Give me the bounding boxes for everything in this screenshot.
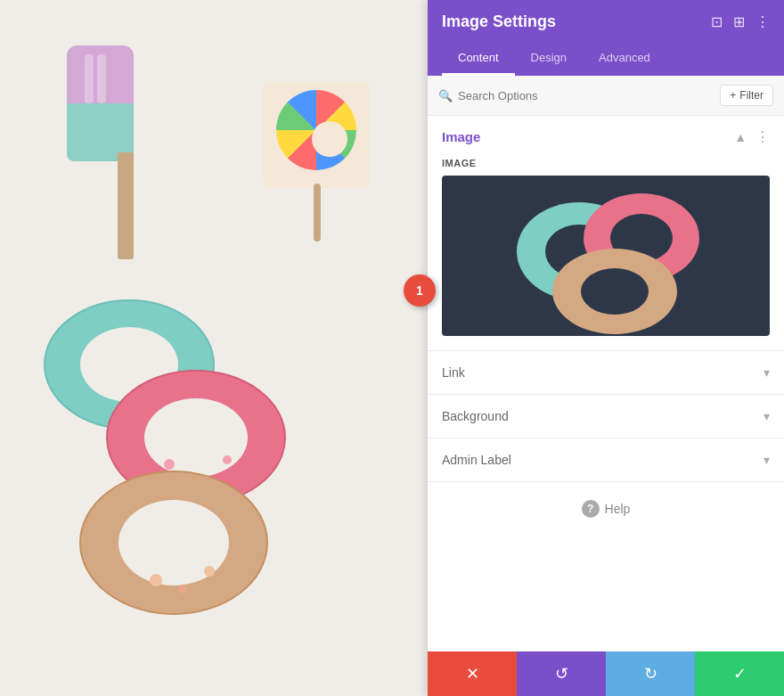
background-section-title: Background <box>442 409 509 423</box>
search-icon: 🔍 <box>438 89 453 102</box>
svg-point-18 <box>150 574 162 586</box>
tab-design[interactable]: Design <box>515 42 583 76</box>
background-section-header[interactable]: Background ▾ <box>428 395 784 438</box>
svg-point-14 <box>223 455 232 464</box>
popsicle-stick <box>118 152 134 259</box>
help-icon: ? <box>582 500 600 518</box>
donut-peach <box>76 464 272 620</box>
search-input[interactable] <box>458 89 720 102</box>
columns-icon[interactable]: ⊞ <box>733 13 745 30</box>
panel-content: Image ▲ ⋮ Image <box>428 116 784 651</box>
admin-label-section: Admin Label ▾ <box>428 438 784 482</box>
panel-title-icons: ⊡ ⊞ ⋮ <box>711 13 770 30</box>
bottom-bar: ✕ ↺ ↻ ✓ <box>428 651 784 696</box>
help-section: ? Help <box>428 482 784 536</box>
svg-point-19 <box>204 566 215 577</box>
section-header: Image ▲ ⋮ <box>428 116 784 154</box>
step-number: 1 <box>416 283 423 298</box>
section-body: Image <box>428 154 784 350</box>
canvas-area <box>0 0 419 696</box>
section-collapse-icon[interactable]: ▲ <box>734 130 747 144</box>
field-label: Image <box>442 158 770 168</box>
cancel-button[interactable]: ✕ <box>428 651 517 696</box>
admin-label-section-header[interactable]: Admin Label ▾ <box>428 438 784 481</box>
panel-title-row: Image Settings ⊡ ⊞ ⋮ <box>442 12 770 31</box>
section-more-icon[interactable]: ⋮ <box>755 128 770 145</box>
candy-illustration <box>22 28 396 669</box>
lollipop-bg <box>263 81 370 188</box>
save-icon: ✓ <box>733 664 747 684</box>
admin-label-chevron-icon: ▾ <box>764 453 770 467</box>
settings-panel: Image Settings ⊡ ⊞ ⋮ Content Design Adva… <box>428 0 784 696</box>
lollipop-stick <box>314 184 321 242</box>
popsicle <box>67 45 134 268</box>
section-title: Image <box>442 129 480 144</box>
tab-content[interactable]: Content <box>442 42 515 76</box>
background-chevron-icon: ▾ <box>764 409 770 423</box>
filter-label: Filter <box>739 89 764 102</box>
tab-advanced[interactable]: Advanced <box>583 42 666 76</box>
svg-point-20 <box>178 585 187 594</box>
link-section-header[interactable]: Link ▾ <box>428 351 784 394</box>
redo-icon: ↻ <box>644 664 657 684</box>
expand-icon[interactable]: ⊡ <box>711 13 723 30</box>
search-bar: 🔍 + Filter <box>428 76 784 116</box>
lollipop <box>263 81 370 188</box>
search-input-wrapper: 🔍 <box>438 89 720 102</box>
help-button[interactable]: ? Help <box>582 500 631 518</box>
svg-rect-5 <box>85 54 94 103</box>
help-label: Help <box>605 502 631 516</box>
popsicle-body <box>67 45 134 161</box>
lollipop-inner <box>312 121 347 157</box>
section-header-icons: ▲ ⋮ <box>734 128 770 145</box>
undo-icon: ↺ <box>555 664 568 684</box>
panel-tabs: Content Design Advanced <box>442 42 770 76</box>
redo-button[interactable]: ↻ <box>606 651 695 696</box>
step-indicator: 1 <box>404 274 436 307</box>
more-options-icon[interactable]: ⋮ <box>755 13 770 30</box>
lollipop-circle <box>276 90 356 170</box>
panel-header: Image Settings ⊡ ⊞ ⋮ Content Design Adva… <box>428 0 784 76</box>
image-section: Image ▲ ⋮ Image <box>428 116 784 351</box>
svg-rect-6 <box>97 54 106 103</box>
undo-button[interactable]: ↺ <box>517 651 606 696</box>
cancel-icon: ✕ <box>466 664 479 684</box>
svg-point-27 <box>581 268 649 315</box>
link-section-title: Link <box>442 365 465 380</box>
background-section: Background ▾ <box>428 395 784 438</box>
save-button[interactable]: ✓ <box>695 651 784 696</box>
filter-plus-icon: + <box>730 89 736 102</box>
image-preview[interactable] <box>442 176 770 336</box>
link-section: Link ▾ <box>428 351 784 395</box>
link-chevron-icon: ▾ <box>764 365 770 380</box>
filter-button[interactable]: + Filter <box>720 85 773 106</box>
admin-label-section-title: Admin Label <box>442 453 511 467</box>
panel-title: Image Settings <box>442 12 556 31</box>
